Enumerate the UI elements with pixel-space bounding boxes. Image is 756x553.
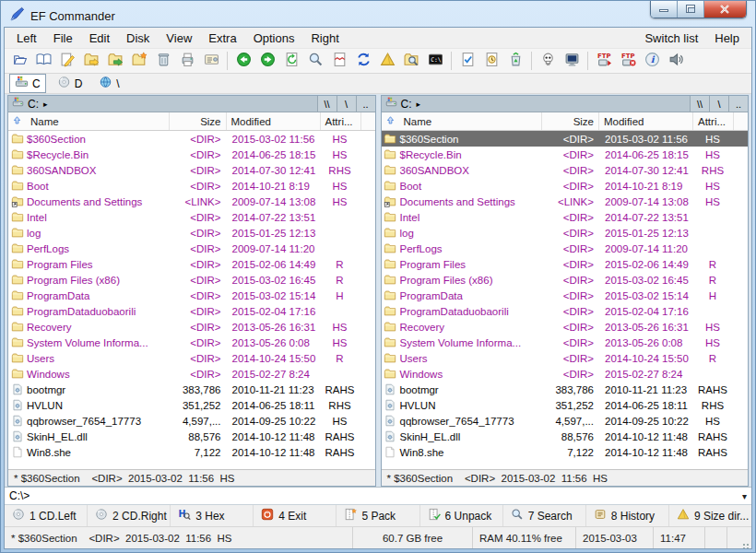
toolbar-view-button[interactable]	[31, 50, 55, 72]
column-header-size[interactable]: Size	[541, 112, 598, 130]
file-row[interactable]: Intel<DIR>2014-07-22 13:51	[382, 209, 749, 225]
toolbar-ftp-connect-button[interactable]: FTP	[592, 50, 616, 72]
file-row[interactable]: PerfLogs<DIR>2009-07-14 11:20	[382, 241, 749, 256]
toolbar-back-button[interactable]	[231, 50, 255, 72]
file-row[interactable]: HVLUN351,2522014-06-25 18:11RHS	[8, 397, 375, 413]
fnkey-6-button[interactable]: 6 Unpack	[419, 505, 502, 526]
menu-item-right[interactable]: Right	[302, 29, 347, 47]
file-row[interactable]: ProgramData<DIR>2015-03-02 15:14H	[8, 288, 375, 303]
toolbar-print-button[interactable]	[175, 50, 199, 72]
path-bar-right[interactable]: C:▸\\\..	[382, 96, 749, 112]
file-row[interactable]: bootmgr383,7862010-11-21 11:23RAHS	[8, 382, 375, 397]
menu-item-help[interactable]: Help	[706, 29, 748, 47]
path-parent-button[interactable]: ..	[728, 96, 748, 112]
fnkey-9-button[interactable]: 9 Size dir...	[668, 505, 751, 526]
column-header-modified[interactable]: Modified	[226, 112, 320, 130]
file-row[interactable]: System Volume Informa...<DIR>2013-05-26 …	[382, 335, 749, 350]
menu-item-disk[interactable]: Disk	[118, 29, 158, 47]
menu-item-extra[interactable]: Extra	[200, 29, 244, 47]
file-row[interactable]: SkinH_EL.dll88,5762014-10-12 11:48RAHS	[8, 429, 375, 444]
path-root-button[interactable]: \	[709, 96, 728, 112]
toolbar-open-button[interactable]	[7, 50, 31, 72]
file-row[interactable]: ProgramData<DIR>2015-03-02 15:14H	[382, 288, 749, 303]
toolbar-touch-button[interactable]	[479, 50, 503, 72]
file-row[interactable]: ProgramDataduobaorili<DIR>2015-02-04 17:…	[382, 303, 749, 319]
toolbar-edit-button[interactable]	[55, 50, 79, 72]
toolbar-ftp-disconnect-button[interactable]: FTP	[616, 50, 640, 72]
drive-tab-network[interactable]: \	[93, 74, 124, 93]
toolbar-sound-button[interactable]	[664, 50, 688, 72]
path-bar-left[interactable]: C:▸\\\..	[8, 96, 375, 112]
path-network-button[interactable]: \\	[690, 96, 709, 112]
file-row[interactable]: ProgramDataduobaorili<DIR>2015-02-04 17:…	[8, 303, 375, 319]
column-header-name[interactable]: Name	[382, 112, 542, 130]
file-row[interactable]: 360SANDBOX<DIR>2014-07-30 12:41RHS	[382, 162, 749, 178]
menu-item-left[interactable]: Left	[8, 29, 45, 47]
toolbar-cmd-button[interactable]: C:\	[423, 50, 447, 72]
file-row[interactable]: Program Files<DIR>2015-02-06 14:49R	[382, 256, 749, 272]
fnkey-8-button[interactable]: 8 History	[585, 505, 668, 526]
file-row[interactable]: Recovery<DIR>2013-05-26 16:31HS	[382, 319, 749, 335]
file-row[interactable]: PerfLogs<DIR>2009-07-14 11:20	[8, 241, 375, 256]
path-parent-button[interactable]: ..	[356, 96, 375, 112]
file-row[interactable]: Users<DIR>2014-10-24 15:50R	[8, 350, 375, 366]
toolbar-browse-button[interactable]	[399, 50, 423, 72]
column-header-size[interactable]: Size	[169, 112, 226, 130]
menu-item-switch-list[interactable]: Switch list	[636, 29, 706, 47]
file-row[interactable]: Documents and Settings<LINK>2009-07-14 1…	[8, 194, 375, 209]
toolbar-monitor-button[interactable]	[560, 50, 584, 72]
resize-grip[interactable]	[747, 544, 749, 546]
toolbar-recycle-bin-button[interactable]	[503, 50, 527, 72]
toolbar-copy-button[interactable]	[79, 50, 103, 72]
fnkey-1-button[interactable]: 1 CD.Left	[5, 505, 87, 526]
menu-item-edit[interactable]: Edit	[81, 29, 118, 47]
file-row[interactable]: $360Section<DIR>2015-03-02 11:56HS	[382, 131, 749, 147]
file-row[interactable]: 360SANDBOX<DIR>2014-07-30 12:41RHS	[8, 162, 375, 178]
toolbar-properties-button[interactable]	[199, 50, 223, 72]
menu-item-view[interactable]: View	[158, 29, 200, 47]
maximize-button[interactable]	[678, 1, 704, 18]
file-row[interactable]: Users<DIR>2014-10-24 15:50R	[382, 350, 749, 366]
command-line[interactable]: C:\> ▾	[5, 487, 751, 505]
file-row[interactable]: Program Files<DIR>2015-02-06 14:49R	[8, 256, 375, 272]
toolbar-refresh-button[interactable]	[279, 50, 303, 72]
toolbar-info-button[interactable]: i	[640, 50, 664, 72]
close-button[interactable]	[704, 1, 746, 18]
toolbar-search-button[interactable]	[303, 50, 327, 72]
file-row[interactable]: Program Files (x86)<DIR>2015-03-02 16:45…	[8, 272, 375, 288]
toolbar-move-button[interactable]	[103, 50, 127, 72]
fnkey-2-button[interactable]: 2 CD.Right	[87, 505, 170, 526]
file-row[interactable]: Windows<DIR>2015-02-27 8:24	[382, 366, 749, 382]
file-row[interactable]: qqbrowser_7654_177734,597,...2014-09-25 …	[8, 413, 375, 429]
file-row[interactable]: log<DIR>2015-01-25 12:13	[382, 225, 749, 241]
file-row[interactable]: Documents and Settings<LINK>2009-07-14 1…	[382, 194, 749, 209]
file-row[interactable]: Intel<DIR>2014-07-22 13:51	[8, 209, 375, 225]
file-row[interactable]: $Recycle.Bin<DIR>2014-06-25 18:15HS	[382, 147, 749, 162]
fnkey-7-button[interactable]: 7 Search	[502, 505, 585, 526]
file-row[interactable]: SkinH_EL.dll88,5762014-10-12 11:48RAHS	[382, 429, 749, 444]
command-history-dropdown-icon[interactable]: ▾	[742, 491, 747, 501]
file-row[interactable]: HVLUN351,2522014-06-25 18:11RHS	[382, 397, 749, 413]
file-row[interactable]: Windows<DIR>2015-02-27 8:24	[8, 366, 375, 382]
column-header-name[interactable]: Name	[8, 112, 169, 130]
fnkey-3-button[interactable]: H3 Hex	[170, 505, 253, 526]
file-row[interactable]: $360Section<DIR>2015-03-02 11:56HS	[8, 131, 375, 147]
column-header-attributes[interactable]: Attri...	[320, 112, 360, 130]
minimize-button[interactable]	[651, 1, 678, 18]
fnkey-4-button[interactable]: 4 Exit	[253, 505, 336, 526]
toolbar-pack-button[interactable]	[375, 50, 399, 72]
toolbar-delete-button[interactable]	[151, 50, 175, 72]
drive-tab-d[interactable]: D	[52, 74, 89, 93]
file-row[interactable]: Win8.she7,1222014-10-12 11:48RAHS	[8, 444, 375, 460]
file-row[interactable]: Recovery<DIR>2013-05-26 16:31HS	[8, 319, 375, 335]
file-row[interactable]: Win8.she7,1222014-10-12 11:48RAHS	[382, 444, 749, 460]
menu-item-file[interactable]: File	[45, 29, 81, 47]
toolbar-split-button[interactable]	[327, 50, 351, 72]
drive-tab-c[interactable]: C	[9, 74, 46, 93]
file-row[interactable]: System Volume Informa...<DIR>2013-05-26 …	[8, 335, 375, 350]
toolbar-forward-button[interactable]	[255, 50, 279, 72]
path-root-button[interactable]: \	[337, 96, 356, 112]
file-row[interactable]: Boot<DIR>2014-10-21 8:19HS	[382, 178, 749, 194]
file-row[interactable]: $Recycle.Bin<DIR>2014-06-25 18:15HS	[8, 147, 375, 162]
file-row[interactable]: log<DIR>2015-01-25 12:13	[8, 225, 375, 241]
